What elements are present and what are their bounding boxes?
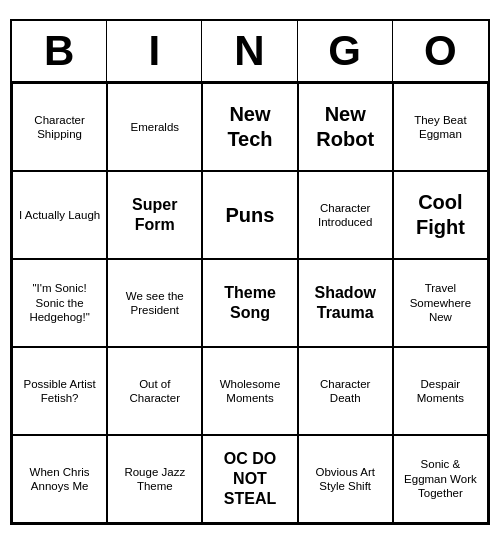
bingo-cell-10: "I'm Sonic! Sonic the Hedgehog!" [12, 259, 107, 347]
bingo-letter-b: B [12, 21, 107, 81]
bingo-cell-0: Character Shipping [12, 83, 107, 171]
bingo-cell-19: Despair Moments [393, 347, 488, 435]
bingo-cell-5: I Actually Laugh [12, 171, 107, 259]
bingo-header: BINGO [12, 21, 488, 83]
bingo-cell-22: OC DO NOT STEAL [202, 435, 297, 523]
bingo-letter-i: I [107, 21, 202, 81]
bingo-cell-9: Cool Fight [393, 171, 488, 259]
bingo-cell-24: Sonic & Eggman Work Together [393, 435, 488, 523]
bingo-cell-16: Out of Character [107, 347, 202, 435]
bingo-letter-o: O [393, 21, 488, 81]
bingo-cell-6: Super Form [107, 171, 202, 259]
bingo-grid: Character ShippingEmeraldsNew TechNew Ro… [12, 83, 488, 523]
bingo-cell-2: New Tech [202, 83, 297, 171]
bingo-cell-17: Wholesome Moments [202, 347, 297, 435]
bingo-cell-1: Emeralds [107, 83, 202, 171]
bingo-cell-23: Obvious Art Style Shift [298, 435, 393, 523]
bingo-cell-14: Travel Somewhere New [393, 259, 488, 347]
bingo-cell-20: When Chris Annoys Me [12, 435, 107, 523]
bingo-cell-18: Character Death [298, 347, 393, 435]
bingo-cell-11: We see the President [107, 259, 202, 347]
bingo-letter-g: G [298, 21, 393, 81]
bingo-cell-13: Shadow Trauma [298, 259, 393, 347]
bingo-cell-12: Theme Song [202, 259, 297, 347]
bingo-cell-8: Character Introduced [298, 171, 393, 259]
bingo-letter-n: N [202, 21, 297, 81]
bingo-cell-4: They Beat Eggman [393, 83, 488, 171]
bingo-cell-7: Puns [202, 171, 297, 259]
bingo-card: BINGO Character ShippingEmeraldsNew Tech… [10, 19, 490, 525]
bingo-cell-3: New Robot [298, 83, 393, 171]
bingo-cell-15: Possible Artist Fetish? [12, 347, 107, 435]
bingo-cell-21: Rouge Jazz Theme [107, 435, 202, 523]
